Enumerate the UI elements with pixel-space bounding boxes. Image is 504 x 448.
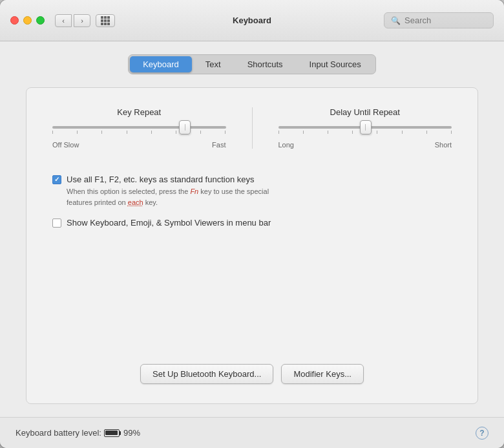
tabs: Keyboard Text Shortcuts Input Sources xyxy=(128,54,376,74)
battery-fill xyxy=(105,431,117,435)
grid-icon xyxy=(101,16,110,25)
key-repeat-right-label: Fast xyxy=(212,141,226,149)
tabs-container: Keyboard Text Shortcuts Input Sources xyxy=(26,54,478,74)
forward-button[interactable]: › xyxy=(74,14,90,27)
key-repeat-track xyxy=(52,126,226,129)
battery-label: Keyboard battery level: xyxy=(16,428,101,438)
tab-text[interactable]: Text xyxy=(193,56,234,72)
fn-keys-sublabel: When this option is selected, press the … xyxy=(67,186,452,208)
bluetooth-keyboard-button[interactable]: Set Up Bluetooth Keyboard... xyxy=(140,364,273,384)
key-repeat-label: Key Repeat xyxy=(117,107,161,117)
delay-repeat-thumb[interactable] xyxy=(360,120,372,134)
checkboxes-section: Use all F1, F2, etc. keys as standard fu… xyxy=(52,175,452,238)
battery-percent: 99% xyxy=(123,428,140,438)
tab-keyboard[interactable]: Keyboard xyxy=(130,56,192,72)
battery-icon xyxy=(104,429,121,437)
search-icon: 🔍 xyxy=(391,16,401,25)
key-repeat-ticks xyxy=(52,129,226,136)
key-repeat-track-container xyxy=(52,126,226,136)
titlebar: ‹ › Keyboard 🔍 xyxy=(0,0,504,41)
delay-repeat-label: Delay Until Repeat xyxy=(330,107,400,117)
keyboard-panel: Key Repeat xyxy=(26,87,478,404)
delay-repeat-section: Delay Until Repeat xyxy=(253,107,452,149)
modifier-keys-button[interactable]: Modifier Keys... xyxy=(281,364,364,384)
delay-repeat-track-container xyxy=(278,126,452,136)
viewers-checkbox-item: Show Keyboard, Emoji, & Symbol Viewers i… xyxy=(52,218,452,228)
viewers-checkbox[interactable] xyxy=(52,219,61,228)
search-input[interactable] xyxy=(404,16,487,25)
nav-buttons: ‹ › xyxy=(55,14,90,27)
delay-repeat-right-label: Short xyxy=(435,141,452,149)
grid-button[interactable] xyxy=(96,14,115,27)
back-button[interactable]: ‹ xyxy=(55,14,72,27)
help-button[interactable]: ? xyxy=(476,427,488,440)
key-repeat-left-label: Off Slow xyxy=(52,141,79,149)
delay-repeat-track xyxy=(278,126,452,129)
viewers-label: Show Keyboard, Emoji, & Symbol Viewers i… xyxy=(67,218,452,228)
search-box[interactable]: 🔍 xyxy=(384,12,494,28)
close-button[interactable] xyxy=(10,16,19,25)
each-key-highlight: each xyxy=(128,198,143,206)
content-area: Keyboard Text Shortcuts Input Sources Ke… xyxy=(0,41,504,417)
fn-keys-label: Use all F1, F2, etc. keys as standard fu… xyxy=(67,175,452,184)
delay-repeat-labels: Long Short xyxy=(278,141,452,149)
bottom-buttons: Set Up Bluetooth Keyboard... Modifier Ke… xyxy=(52,351,452,384)
delay-repeat-left-label: Long xyxy=(278,141,294,149)
fn-keys-text: Use all F1, F2, etc. keys as standard fu… xyxy=(67,175,452,208)
key-repeat-section: Key Repeat xyxy=(52,107,253,149)
fn-key-highlight: Fn xyxy=(190,187,198,195)
fn-keys-checkbox-item: Use all F1, F2, etc. keys as standard fu… xyxy=(52,175,452,208)
tab-input-sources[interactable]: Input Sources xyxy=(297,56,374,72)
tab-shortcuts[interactable]: Shortcuts xyxy=(235,56,296,72)
battery-body xyxy=(104,429,120,437)
viewers-text: Show Keyboard, Emoji, & Symbol Viewers i… xyxy=(67,218,452,228)
window-title: Keyboard xyxy=(233,16,271,25)
maximize-button[interactable] xyxy=(36,16,45,25)
fn-keys-checkbox[interactable] xyxy=(52,175,61,184)
keyboard-preferences-window: ‹ › Keyboard 🔍 Keyboard Text Shortcuts I… xyxy=(0,0,504,448)
sliders-row: Key Repeat xyxy=(52,107,452,149)
key-repeat-labels: Off Slow Fast xyxy=(52,141,226,149)
minimize-button[interactable] xyxy=(23,16,32,25)
traffic-lights xyxy=(10,16,45,25)
footer: Keyboard battery level: 99% ? xyxy=(0,417,504,448)
key-repeat-thumb[interactable] xyxy=(179,120,191,134)
